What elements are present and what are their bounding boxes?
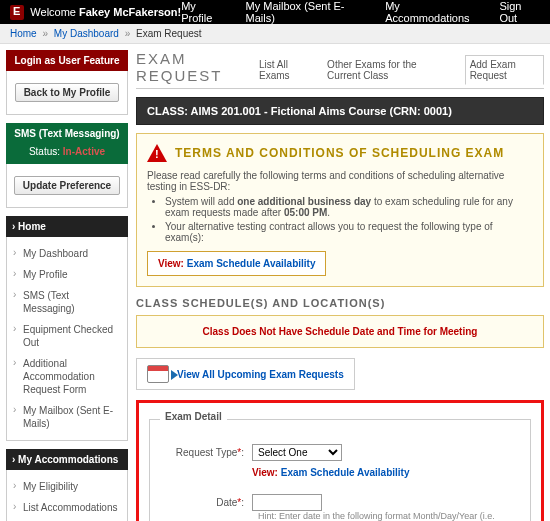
nav-item-additional-request[interactable]: Additional Accommodation Request Form bbox=[13, 353, 121, 400]
nav-my-profile[interactable]: My Profile bbox=[181, 0, 227, 24]
nav-my-accommodations[interactable]: My Accommodations bbox=[385, 0, 481, 24]
home-nav-title: › Home bbox=[6, 216, 128, 237]
exam-detail-legend: Exam Detail bbox=[160, 411, 227, 422]
terms-panel: TERMS AND CONDITIONS OF SCHEDULING EXAM … bbox=[136, 133, 544, 287]
accommodations-nav-title: › My Accommodations bbox=[6, 449, 128, 470]
crumb-dashboard[interactable]: My Dashboard bbox=[54, 28, 119, 39]
date-input[interactable] bbox=[252, 494, 322, 511]
page-title: EXAM REQUEST bbox=[136, 50, 255, 84]
terms-item: Your alternative testing contract allows… bbox=[165, 221, 533, 243]
view-schedule-box: View: Exam Schedule Availability bbox=[147, 251, 326, 276]
breadcrumb: Home » My Dashboard » Exam Request bbox=[0, 24, 550, 44]
exam-schedule-link-inline[interactable]: Exam Schedule Availability bbox=[281, 467, 410, 478]
nav-item-profile[interactable]: My Profile bbox=[13, 264, 121, 285]
sms-title: SMS (Text Messaging) bbox=[6, 123, 128, 144]
nav-item-dashboard[interactable]: My Dashboard bbox=[13, 243, 121, 264]
nav-item-equipment[interactable]: Equipment Checked Out bbox=[13, 319, 121, 353]
warning-icon bbox=[147, 144, 167, 162]
nav-my-mailbox[interactable]: My Mailbox (Sent E-Mails) bbox=[246, 0, 368, 24]
site-logo bbox=[10, 5, 24, 20]
schedule-section-title: CLASS SCHEDULE(S) AND LOCATION(S) bbox=[136, 297, 544, 309]
welcome-text: Welcome Fakey McFakerson! bbox=[30, 6, 181, 18]
tab-list-all-exams[interactable]: List All Exams bbox=[255, 56, 313, 84]
tab-add-exam-request[interactable]: Add Exam Request bbox=[465, 55, 544, 85]
nav-item-eligibility[interactable]: My Eligibility bbox=[13, 476, 121, 497]
nav-item-sms[interactable]: SMS (Text Messaging) bbox=[13, 285, 121, 319]
date-hint: Hint: Enter date in the following format… bbox=[258, 511, 520, 521]
no-schedule-notice: Class Does Not Have Schedule Date and Ti… bbox=[136, 315, 544, 348]
upcoming-requests-box: View All Upcoming Exam Requests bbox=[136, 358, 355, 390]
login-as-title: Login as User Feature bbox=[6, 50, 128, 71]
calendar-icon bbox=[147, 365, 169, 383]
request-type-select[interactable]: Select One bbox=[252, 444, 342, 461]
exam-schedule-link[interactable]: Exam Schedule Availability bbox=[187, 258, 316, 269]
exam-detail-highlight: Exam Detail Request Type*: Select One Vi… bbox=[136, 400, 544, 521]
nav-sign-out[interactable]: Sign Out bbox=[499, 0, 540, 24]
crumb-current: Exam Request bbox=[136, 28, 202, 39]
nav-item-list-accommodations[interactable]: List Accommodations bbox=[13, 497, 121, 518]
tab-other-exams[interactable]: Other Exams for the Current Class bbox=[323, 56, 455, 84]
view-upcoming-requests-link[interactable]: View All Upcoming Exam Requests bbox=[177, 369, 344, 380]
nav-item-mailbox[interactable]: My Mailbox (Sent E-Mails) bbox=[13, 400, 121, 434]
class-header: CLASS: AIMS 201.001 - Fictional Aims Cou… bbox=[136, 97, 544, 125]
update-preference-button[interactable]: Update Preference bbox=[14, 176, 120, 195]
terms-item: System will add one additional business … bbox=[165, 196, 533, 218]
back-to-profile-button[interactable]: Back to My Profile bbox=[15, 83, 120, 102]
crumb-home[interactable]: Home bbox=[10, 28, 37, 39]
sms-status: Status: In-Active bbox=[6, 144, 128, 162]
